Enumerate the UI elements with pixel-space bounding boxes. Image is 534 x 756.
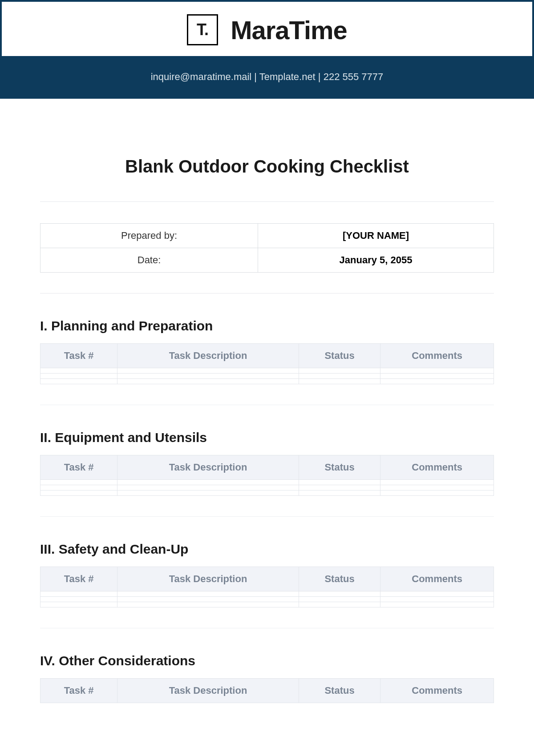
divider xyxy=(40,293,494,294)
divider xyxy=(40,628,494,628)
task-table: Task # Task Description Status Comments xyxy=(40,455,494,496)
divider xyxy=(40,201,494,202)
table-row xyxy=(40,480,494,485)
table-row xyxy=(40,379,494,384)
table-row xyxy=(40,374,494,379)
document-frame: T. MaraTime inquire@maratime.mail | Temp… xyxy=(0,0,534,99)
section-heading: IV. Other Considerations xyxy=(40,653,494,668)
table-row xyxy=(40,368,494,374)
header-bar: T. MaraTime xyxy=(2,2,532,56)
contact-bar: inquire@maratime.mail | Template.net | 2… xyxy=(2,56,532,99)
table-header-row: Task # Task Description Status Comments xyxy=(40,567,494,591)
col-task-num: Task # xyxy=(40,344,117,368)
col-comments: Comments xyxy=(380,344,494,368)
prepared-by-label: Prepared by: xyxy=(40,224,258,248)
task-table: Task # Task Description Status Comments xyxy=(40,343,494,384)
col-task-desc: Task Description xyxy=(117,344,299,368)
table-row xyxy=(40,591,494,597)
table-row: Date: January 5, 2055 xyxy=(40,248,494,273)
section-heading: I. Planning and Preparation xyxy=(40,318,494,334)
table-header-row: Task # Task Description Status Comments xyxy=(40,455,494,480)
table-row xyxy=(40,597,494,602)
logo-icon: T. xyxy=(187,14,218,45)
col-task-desc: Task Description xyxy=(117,567,299,591)
brand-name: MaraTime xyxy=(231,15,347,45)
divider xyxy=(40,405,494,405)
task-table: Task # Task Description Status Comments xyxy=(40,678,494,703)
section-safety: III. Safety and Clean-Up Task # Task Des… xyxy=(40,542,494,628)
col-comments: Comments xyxy=(380,679,494,703)
col-task-desc: Task Description xyxy=(117,455,299,480)
document-body: Blank Outdoor Cooking Checklist Prepared… xyxy=(0,157,534,721)
table-row xyxy=(40,602,494,607)
section-other: IV. Other Considerations Task # Task Des… xyxy=(40,653,494,703)
col-task-num: Task # xyxy=(40,567,117,591)
col-status: Status xyxy=(299,455,380,480)
col-task-num: Task # xyxy=(40,679,117,703)
table-header-row: Task # Task Description Status Comments xyxy=(40,344,494,368)
table-row xyxy=(40,485,494,491)
col-status: Status xyxy=(299,679,380,703)
meta-table: Prepared by: [YOUR NAME] Date: January 5… xyxy=(40,223,494,273)
col-status: Status xyxy=(299,567,380,591)
date-label: Date: xyxy=(40,248,258,273)
section-planning: I. Planning and Preparation Task # Task … xyxy=(40,318,494,405)
table-header-row: Task # Task Description Status Comments xyxy=(40,679,494,703)
section-heading: III. Safety and Clean-Up xyxy=(40,542,494,557)
table-row xyxy=(40,491,494,496)
date-value: January 5, 2055 xyxy=(258,248,494,273)
col-comments: Comments xyxy=(380,567,494,591)
divider xyxy=(40,516,494,517)
page-title: Blank Outdoor Cooking Checklist xyxy=(40,157,494,177)
section-equipment: II. Equipment and Utensils Task # Task D… xyxy=(40,430,494,517)
prepared-by-value: [YOUR NAME] xyxy=(258,224,494,248)
col-task-desc: Task Description xyxy=(117,679,299,703)
task-table: Task # Task Description Status Comments xyxy=(40,567,494,607)
col-status: Status xyxy=(299,344,380,368)
contact-text: inquire@maratime.mail | Template.net | 2… xyxy=(151,71,384,82)
section-heading: II. Equipment and Utensils xyxy=(40,430,494,445)
col-task-num: Task # xyxy=(40,455,117,480)
table-row: Prepared by: [YOUR NAME] xyxy=(40,224,494,248)
logo-text: T. xyxy=(197,20,208,39)
col-comments: Comments xyxy=(380,455,494,480)
